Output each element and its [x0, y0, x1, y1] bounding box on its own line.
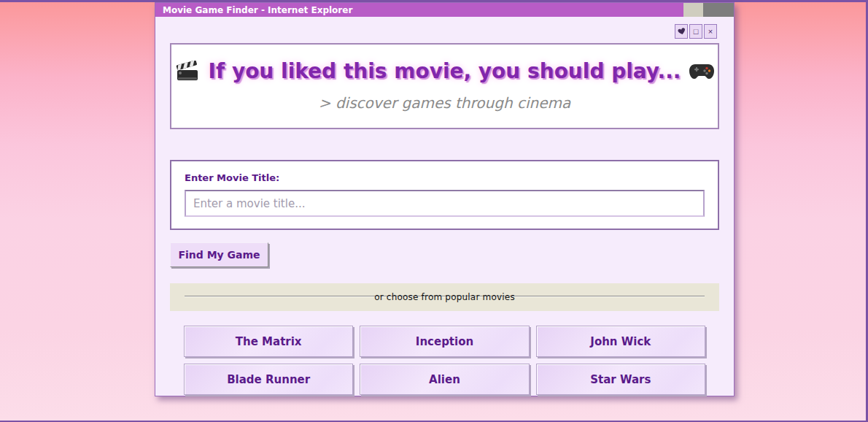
- movie-button-inception[interactable]: Inception: [360, 326, 529, 357]
- window-controls: □ ×: [170, 24, 717, 39]
- minimize-button[interactable]: [675, 24, 688, 39]
- clapperboard-icon: [175, 61, 200, 83]
- page-title-text: If you liked this movie, you should play…: [209, 59, 681, 83]
- page-subtitle: > discover games through cinema: [179, 94, 710, 112]
- popular-movies-grid: The MatrixInceptionJohn WickBlade Runner…: [170, 326, 719, 395]
- search-section: Enter Movie Title:: [170, 160, 719, 230]
- divider-text: or choose from popular movies: [374, 292, 515, 302]
- divider-section: or choose from popular movies: [170, 283, 719, 311]
- maximize-icon: □: [694, 28, 699, 36]
- browser-window: Movie Game Finder - Internet Explorer □: [155, 2, 735, 396]
- movie-button-john-wick[interactable]: John Wick: [536, 326, 705, 357]
- titlebar-light-box: [683, 3, 703, 17]
- maximize-button[interactable]: □: [689, 24, 702, 39]
- close-icon: ×: [708, 28, 713, 36]
- find-my-game-button[interactable]: Find My Game: [170, 242, 268, 267]
- window-title: Movie Game Finder - Internet Explorer: [155, 5, 683, 15]
- gamepad-icon: [689, 63, 714, 80]
- movie-button-star-wars[interactable]: Star Wars: [536, 364, 705, 395]
- movie-button-blade-runner[interactable]: Blade Runner: [184, 364, 353, 395]
- window-titlebar[interactable]: Movie Game Finder - Internet Explorer: [155, 3, 734, 17]
- movie-button-the-matrix[interactable]: The Matrix: [184, 326, 353, 357]
- window-body: □ ×: [155, 17, 734, 410]
- titlebar-dark-box: [703, 3, 734, 17]
- header-box: If you liked this movie, you should play…: [170, 43, 719, 129]
- movie-title-input[interactable]: [185, 190, 705, 217]
- page-title: If you liked this movie, you should play…: [179, 59, 710, 83]
- movie-title-label: Enter Movie Title:: [185, 172, 705, 183]
- desktop-background: Movie Game Finder - Internet Explorer □: [0, 2, 866, 421]
- close-button[interactable]: ×: [704, 24, 717, 39]
- movie-button-alien[interactable]: Alien: [360, 364, 529, 395]
- purple-heart-blob-icon: [678, 28, 686, 35]
